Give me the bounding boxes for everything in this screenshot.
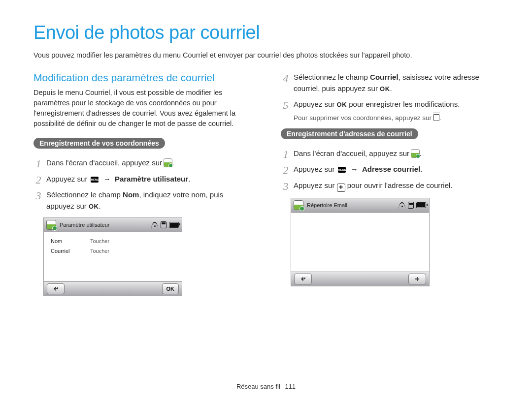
left-column: Modification des paramètres de courriel … <box>33 72 251 296</box>
back-icon <box>52 285 59 292</box>
row-value: Toucher <box>90 238 109 244</box>
sd-card-icon <box>161 221 166 228</box>
step-number: 1 <box>33 155 43 172</box>
address-email-label: Adresse courriel <box>362 165 420 173</box>
plus-icon: + <box>337 184 345 192</box>
mockup-row-name: Nom Toucher <box>44 236 182 246</box>
ok-button[interactable]: OK <box>162 283 179 294</box>
step-number: 2 <box>281 162 291 178</box>
menu-icon: MENU <box>91 177 99 183</box>
step-text: Appuyez sur <box>46 175 90 183</box>
menu-icon: MENU <box>338 167 346 173</box>
mockup-email-directory: Répertoire Email <box>291 198 430 286</box>
param-user-label: Paramètre utilisateur <box>115 175 188 183</box>
delete-note: Pour supprimer vos coordonnées, appuyez … <box>281 114 499 122</box>
right-column: 4 Sélectionnez le champ Courriel, saisis… <box>281 72 499 296</box>
step-text: Dans l'écran d'accueil, appuyez sur <box>294 149 411 157</box>
step-text: pour ouvrir l'adresse de courriel. <box>345 181 453 189</box>
step-number: 4 <box>281 70 291 86</box>
page-number: 111 <box>285 383 296 390</box>
page-title: Envoi de photos par courriel <box>33 22 499 43</box>
step-text: Sélectionnez le champ <box>46 190 123 199</box>
trash-icon <box>433 114 439 121</box>
wifi-icon <box>151 222 158 228</box>
email-app-icon <box>411 150 419 157</box>
mockup-footer: OK <box>44 281 182 296</box>
field-name-bold: Nom <box>123 190 139 199</box>
email-app-icon <box>47 220 56 229</box>
ok-icon: OK <box>337 100 347 110</box>
sd-card-icon <box>408 202 414 209</box>
plus-icon <box>414 276 421 282</box>
mockup-body <box>291 213 429 272</box>
mockup-row-email: Courriel Toucher <box>44 246 182 256</box>
section-heading: Modification des paramètres de courriel <box>33 72 251 84</box>
mockup-title: Paramètre utilisateur <box>60 222 151 228</box>
mockup-footer <box>291 272 429 286</box>
step-number: 1 <box>281 146 291 162</box>
back-button[interactable] <box>47 283 65 294</box>
row-value: Toucher <box>90 248 109 254</box>
intro-text: Vous pouvez modifier les paramètres du m… <box>33 51 499 61</box>
page-footer: Réseau sans fil 111 <box>0 383 532 390</box>
step-text: Appuyez sur <box>294 100 337 108</box>
step-text: pour enregistrer les modifications. <box>347 100 460 108</box>
field-email-bold: Courriel <box>370 73 399 81</box>
back-icon <box>299 276 306 282</box>
pill-coordinates: Enregistrement de vos coordonnées <box>33 138 165 149</box>
ok-icon: OK <box>89 202 99 212</box>
email-app-icon <box>164 159 172 167</box>
step-number: 5 <box>281 97 291 113</box>
battery-icon <box>169 222 179 228</box>
steps-right-top: 4 Sélectionnez le champ Courriel, saisis… <box>281 72 499 110</box>
row-label: Nom <box>51 238 90 244</box>
step-text: Sélectionnez le champ <box>294 73 370 81</box>
mockup-header: Répertoire Email <box>291 198 429 213</box>
step-number: 3 <box>33 187 43 204</box>
back-button[interactable] <box>294 274 312 284</box>
steps-right-bottom: 1 Dans l'écran d'accueil, appuyez sur . … <box>281 148 499 192</box>
add-button[interactable] <box>408 274 426 284</box>
step-text: Appuyez sur <box>294 181 337 189</box>
steps-left: 1 Dans l'écran d'accueil, appuyez sur . … <box>33 157 251 212</box>
arrow-icon: → <box>351 165 358 173</box>
step-number: 3 <box>281 178 291 194</box>
pill-addresses: Enregistrement d'adresses de courriel <box>281 128 418 139</box>
ok-icon: OK <box>380 84 390 94</box>
mockup-title: Répertoire Email <box>307 202 399 208</box>
wifi-icon <box>399 202 405 208</box>
mockup-body: Nom Toucher Courriel Toucher <box>44 232 182 281</box>
arrow-icon: → <box>103 175 111 183</box>
email-app-icon <box>294 201 303 210</box>
mockup-header: Paramètre utilisateur <box>44 218 182 232</box>
step-number: 2 <box>33 172 43 188</box>
step-text: Dans l'écran d'accueil, appuyez sur <box>46 158 164 167</box>
step-text: Appuyez sur <box>294 165 337 173</box>
section-paragraph: Depuis le menu Courriel, il vous est pos… <box>33 88 251 129</box>
row-label: Courriel <box>51 248 90 254</box>
mockup-user-settings: Paramètre utilisateur Nom Toucher Courri… <box>43 217 182 296</box>
footer-section: Réseau sans fil <box>236 383 280 390</box>
battery-icon <box>416 202 426 208</box>
